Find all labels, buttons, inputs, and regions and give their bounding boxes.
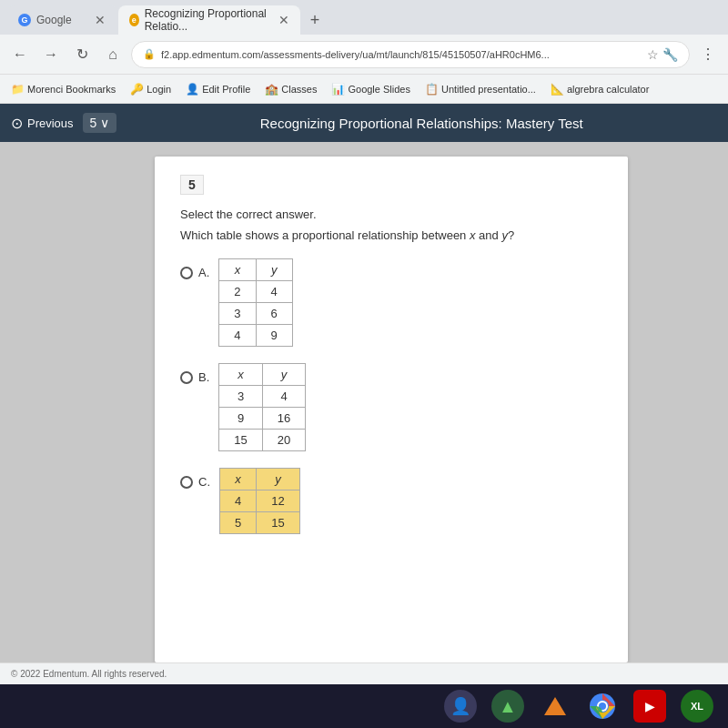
cell: 4: [219, 325, 256, 347]
option-b-header-x: x: [219, 364, 262, 386]
taskbar-file-icon[interactable]: ▲: [491, 690, 524, 723]
footer: © 2022 Edmentum. All rights reserved.: [0, 662, 728, 684]
bookmark-classes[interactable]: 🏫 Classes: [261, 81, 320, 97]
bookmarks-bar: 📁 Morenci Bookmarks 🔑 Login 👤 Edit Profi…: [0, 75, 728, 104]
cell: 20: [262, 430, 305, 451]
google-favicon: G: [18, 14, 31, 26]
login-icon: 🔑: [130, 83, 144, 96]
cell: 4: [256, 281, 292, 303]
option-c-table: x y 4 12 5 15: [219, 468, 300, 534]
cell: 5: [220, 512, 257, 534]
previous-label: Previous: [27, 116, 74, 130]
copyright-text: © 2022 Edmentum. All rights reserved.: [11, 669, 167, 679]
new-tab-button[interactable]: +: [302, 7, 328, 33]
tab-google[interactable]: G Google ✕: [7, 5, 116, 35]
back-button[interactable]: ←: [7, 42, 33, 67]
browser-window: G Google ✕ e Recognizing Proportional Re…: [0, 0, 728, 728]
app-header: ⊙ Previous 5 ∨ Recognizing Proportional …: [0, 104, 728, 142]
option-a-radio[interactable]: [180, 267, 193, 279]
content-area: 5 Select the correct answer. Which table…: [0, 142, 728, 662]
table-row: 9 16: [219, 408, 306, 430]
cell: 6: [256, 303, 292, 325]
bookmark-untitled[interactable]: 📋 Untitled presentatio...: [421, 81, 540, 97]
option-c-row: C. x y 4 12 5: [180, 468, 602, 534]
slides-icon: 📊: [331, 83, 345, 96]
option-c-radio[interactable]: [180, 476, 193, 489]
tab-google-close[interactable]: ✕: [95, 13, 106, 27]
taskbar-youtube-icon[interactable]: ▶: [633, 690, 666, 723]
option-a-header-y: y: [256, 259, 292, 281]
forward-button[interactable]: →: [38, 42, 64, 67]
address-field[interactable]: 🔒 f2.app.edmentum.com/assessments-delive…: [131, 41, 690, 68]
edmentum-favicon: e: [129, 14, 139, 26]
cell: 4: [262, 386, 305, 408]
cell: 3: [219, 303, 256, 325]
home-button[interactable]: ⌂: [100, 42, 126, 67]
cell: 4: [220, 490, 257, 512]
bookmark-profile-label: Edit Profile: [202, 84, 250, 95]
taskbar: 👤 ▲ ▶ XL: [0, 684, 728, 728]
table-row: 3 4: [219, 386, 306, 408]
bookmark-slides[interactable]: 📊 Google Slides: [328, 81, 414, 97]
cell: 9: [219, 408, 262, 430]
table-row: 4 9: [219, 325, 292, 347]
bookmark-morenci[interactable]: 📁 Morenci Bookmarks: [7, 81, 119, 97]
taskbar-person-icon[interactable]: 👤: [444, 690, 477, 723]
question-text: Which table shows a proportional relatio…: [180, 228, 602, 242]
option-b-header-y: y: [262, 364, 305, 386]
address-icons: ☆ 🔧: [647, 47, 678, 62]
table-row: 2 4: [219, 281, 292, 303]
cell: 15: [219, 430, 262, 451]
cell: 12: [257, 490, 299, 512]
option-a-row: A. x y 2 4 3: [180, 258, 602, 347]
question-card: 5 Select the correct answer. Which table…: [155, 157, 628, 662]
bookmark-login[interactable]: 🔑 Login: [126, 81, 175, 97]
bookmark-morenci-label: Morenci Bookmarks: [27, 84, 116, 95]
option-b-letter: B.: [198, 370, 209, 384]
bookmark-calc[interactable]: 📐 algrebra calculator: [547, 81, 653, 97]
option-a-label[interactable]: A.: [180, 266, 209, 279]
bookmark-slides-label: Google Slides: [348, 84, 410, 95]
tab-bar: G Google ✕ e Recognizing Proportional Re…: [0, 0, 728, 35]
option-a-letter: A.: [198, 266, 209, 279]
instruction-text: Select the correct answer.: [180, 207, 602, 221]
morenci-icon: 📁: [11, 83, 25, 96]
dropdown-chevron-icon: ∨: [100, 116, 109, 130]
option-c-header-x: x: [220, 469, 257, 490]
option-c-label[interactable]: C.: [180, 475, 210, 489]
question-number: 5: [180, 175, 204, 195]
tab-google-label: Google: [36, 14, 72, 26]
tab-edmentum[interactable]: e Recognizing Proportional Relatio... ✕: [118, 5, 300, 35]
previous-icon: ⊙: [11, 115, 23, 132]
table-row: 4 12: [220, 490, 300, 512]
question-selector[interactable]: 5 ∨: [83, 113, 117, 133]
option-a-table: x y 2 4 3 6 4: [218, 258, 292, 347]
taskbar-triangle-icon[interactable]: [539, 690, 571, 723]
bookmark-untitled-label: Untitled presentatio...: [441, 84, 536, 95]
reload-button[interactable]: ↻: [69, 42, 95, 67]
extension-icon[interactable]: 🔧: [662, 47, 678, 62]
option-c-header-y: y: [257, 469, 299, 490]
bookmark-profile[interactable]: 👤 Edit Profile: [182, 81, 254, 97]
table-row: 5 15: [220, 512, 300, 534]
profile-icon: 👤: [186, 83, 199, 96]
tab-edmentum-close[interactable]: ✕: [278, 13, 289, 27]
app-title: Recognizing Proportional Relationships: …: [126, 116, 717, 131]
bookmark-calc-label: algrebra calculator: [567, 84, 650, 95]
taskbar-excel-icon[interactable]: XL: [681, 690, 713, 723]
option-b-radio[interactable]: [180, 371, 193, 384]
address-bar-row: ← → ↻ ⌂ 🔒 f2.app.edmentum.com/assessment…: [0, 35, 728, 75]
calc-icon: 📐: [551, 83, 564, 96]
bookmark-classes-label: Classes: [281, 84, 317, 95]
cell: 15: [257, 512, 299, 534]
address-text: f2.app.edmentum.com/assessments-delivery…: [161, 49, 550, 60]
taskbar-chrome-icon[interactable]: [586, 690, 619, 723]
option-b-label[interactable]: B.: [180, 370, 209, 384]
option-b-table: x y 3 4 9 16 15: [218, 363, 306, 451]
bookmark-star-icon[interactable]: ☆: [647, 47, 659, 62]
classes-icon: 🏫: [265, 83, 278, 96]
menu-button[interactable]: ⋮: [695, 42, 721, 67]
cell: 3: [219, 386, 262, 408]
cell: 16: [262, 408, 305, 430]
previous-button[interactable]: ⊙ Previous: [11, 115, 74, 132]
